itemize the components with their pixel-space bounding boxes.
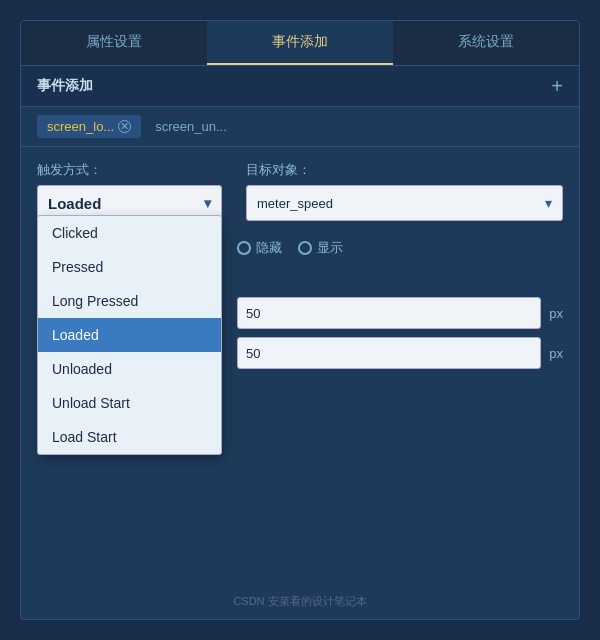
input-row-1: px xyxy=(237,297,563,329)
px-label-2: px xyxy=(549,346,563,361)
visibility-row: 隐藏 显示 xyxy=(237,231,563,257)
target-label: 目标对象： xyxy=(246,161,563,179)
section-title: 事件添加 xyxy=(37,77,93,95)
dropdown-item-load-start[interactable]: Load Start xyxy=(38,420,221,454)
tab-bar: 属性设置 事件添加 系统设置 xyxy=(21,21,579,66)
watermark: CSDN 安菜看的设计笔记本 xyxy=(233,594,366,609)
show-label: 显示 xyxy=(317,239,343,257)
target-dropdown[interactable]: meter_speed ▾ xyxy=(246,185,563,221)
dropdown-item-unloaded[interactable]: Unloaded xyxy=(38,352,221,386)
main-panel: 属性设置 事件添加 系统设置 事件添加 + screen_lo... ✕ scr… xyxy=(20,20,580,620)
sub-tab-screen-un[interactable]: screen_un... xyxy=(145,115,237,138)
target-value: meter_speed xyxy=(257,196,333,211)
input-field-2[interactable] xyxy=(237,337,541,369)
dropdown-item-loaded[interactable]: Loaded xyxy=(38,318,221,352)
tab-attr[interactable]: 属性设置 xyxy=(21,21,207,65)
sub-tab-bar: screen_lo... ✕ screen_un... xyxy=(21,107,579,147)
hide-radio[interactable] xyxy=(237,241,251,255)
sub-tab-screen-lo[interactable]: screen_lo... ✕ xyxy=(37,115,141,138)
input-row-2: px xyxy=(237,337,563,369)
trigger-label: 触发方式： xyxy=(37,161,222,179)
target-arrow-icon: ▾ xyxy=(545,195,552,211)
trigger-dropdown-menu: Clicked Pressed Long Pressed Loaded Unlo… xyxy=(37,215,222,455)
tab-event[interactable]: 事件添加 xyxy=(207,21,393,65)
content-area: 触发方式： Loaded ▾ 目标对象： meter_speed ▾ Click… xyxy=(21,147,579,619)
tab-system[interactable]: 系统设置 xyxy=(393,21,579,65)
form-row: 触发方式： Loaded ▾ 目标对象： meter_speed ▾ xyxy=(37,161,563,221)
input-field-1[interactable] xyxy=(237,297,541,329)
hide-option[interactable]: 隐藏 xyxy=(237,239,282,257)
close-sub-tab-icon[interactable]: ✕ xyxy=(118,120,131,133)
trigger-value: Loaded xyxy=(48,195,101,212)
show-option[interactable]: 显示 xyxy=(298,239,343,257)
show-radio[interactable] xyxy=(298,241,312,255)
dropdown-item-long-pressed[interactable]: Long Pressed xyxy=(38,284,221,318)
px-label-1: px xyxy=(549,306,563,321)
hide-label: 隐藏 xyxy=(256,239,282,257)
dropdown-item-pressed[interactable]: Pressed xyxy=(38,250,221,284)
trigger-group: 触发方式： Loaded ▾ xyxy=(37,161,222,221)
target-group: 目标对象： meter_speed ▾ xyxy=(246,161,563,221)
trigger-arrow-icon: ▾ xyxy=(204,195,211,211)
section-header: 事件添加 + xyxy=(21,66,579,107)
dropdown-item-unload-start[interactable]: Unload Start xyxy=(38,386,221,420)
dropdown-item-clicked[interactable]: Clicked xyxy=(38,216,221,250)
add-event-button[interactable]: + xyxy=(551,76,563,96)
